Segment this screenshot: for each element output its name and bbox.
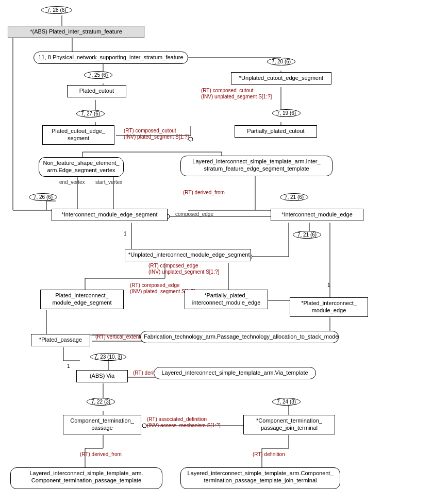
node-plated-cutout-edge: Plated_cutout_edge_segment <box>42 125 114 145</box>
label-rt-definition: (RT) definition <box>253 451 285 457</box>
label-composed-edge-1: composed_edge <box>175 211 213 217</box>
node-intercon-edge: *Interconnect_module_edge <box>271 209 363 221</box>
node-root: *(ABS) Plated_inter_stratum_feature <box>8 26 144 38</box>
label-rt-associated-def: (RT) associated_definition <box>147 416 207 422</box>
node-non-feature: Non_feature_shape_element_arm.Edge_segme… <box>39 157 124 177</box>
label-inv-unplated-seg: (INV) unplated_segment S[1:?] <box>148 269 219 275</box>
badge-comp-term-join: 7, 24 (3) <box>272 398 301 406</box>
node-comp-term-join: *Component_termination_passage_join_term… <box>243 415 335 434</box>
label-inv-plated-segment: (INV) plated_segment S[1:?] <box>124 134 189 140</box>
label-1-plated: 1 <box>327 282 330 288</box>
badge-via: 7, 23 (10, 3) <box>90 353 126 361</box>
node-unplated-cutout: *Unplated_cutout_edge_segment <box>231 72 331 85</box>
label-end-vertex: end_vertex <box>59 179 85 185</box>
node-partially-plated: Partially_plated_cutout <box>235 125 317 138</box>
node-layered-via: Layered_interconnect_simple_template_arm… <box>154 367 316 379</box>
label-inv-unplated-segment: (INV) unplated_segment S[1:?] <box>201 94 272 99</box>
node-layered-simple: Layered_interconnect_simple_template_arm… <box>180 156 333 176</box>
svg-point-47 <box>142 424 146 428</box>
node-via: (ABS) Via <box>76 370 128 382</box>
node-layered-comp-join: Layered_interconnect_simple_template_arm… <box>180 467 340 489</box>
node-plated-passage: *Plated_passage <box>31 334 90 346</box>
badge-intercon-edge-seg: 7, 26 (6) <box>29 193 57 201</box>
node-partially-plated-intercon: *Partially_plated_interconnect_module_ed… <box>185 290 268 309</box>
diagram-container: 7, 28 (6) *(ABS) Plated_inter_stratum_fe… <box>0 0 432 504</box>
badge-intercon-edge: 7, 21 (6) <box>280 193 308 201</box>
node-unplated-intercon: *Unplated_interconnect_module_edge_segme… <box>125 249 251 261</box>
label-rt-derived-from-1: (RT) derived_from <box>183 190 225 195</box>
node-fab-tech: Fabrication_technology_arm.Passage_techn… <box>140 331 339 343</box>
label-1-via: 1 <box>67 363 70 369</box>
label-rt-composed-edge-1: (RT) composed_edge <box>148 263 198 268</box>
node-intercon-edge-seg: *Interconnect_module_edge_segment <box>52 209 168 221</box>
label-inv-access-mech: (INV) access_mechanism S[1:?] <box>147 423 221 428</box>
badge-plated-cutout-edge: 7, 27 (6) <box>76 110 105 117</box>
node-layered-comp-term: Layered_interconnect_simple_template_arm… <box>10 467 162 489</box>
badge-root: 7, 28 (6) <box>41 6 72 14</box>
label-rt-vertical-extent: (RT) vertical_extent <box>95 334 140 340</box>
badge-partially-plated: 7, 19 (6) <box>272 109 301 117</box>
svg-point-15 <box>189 137 193 141</box>
node-phys-net: 11, 8 Physical_network_supporting_inter_… <box>34 52 188 64</box>
node-plated-intercon-edge: *Plated_interconnect_module_edge <box>290 297 368 317</box>
badge-unplated-cutout: 7, 20 (6) <box>267 58 295 65</box>
node-comp-term-passage: Component_termination_passage <box>63 415 141 434</box>
label-rt-composed-edge-2: (RT) composed_edge <box>130 282 180 288</box>
badge-intercon-edge-2: 7, 21 (6) <box>293 231 321 239</box>
node-plated-cutout: Plated_cutout <box>67 85 126 97</box>
badge-comp-term: 7, 22 (3) <box>87 398 115 406</box>
label-rt-derived-from-3: (RT) derived_from <box>80 451 122 457</box>
label-1-intercon: 1 <box>124 231 127 237</box>
label-rt-composed-cutout-1: (RT) composed_cutout <box>201 88 254 93</box>
label-rt-composed-cutout-2: (RT) composed_cutout <box>124 128 176 133</box>
badge-plated-cutout: 7, 25 (6) <box>84 71 112 79</box>
node-plated-intercon-edge-seg: Plated_interconnect_module_edge_segment <box>40 290 124 309</box>
label-start-vertex: start_vertex <box>95 179 122 185</box>
